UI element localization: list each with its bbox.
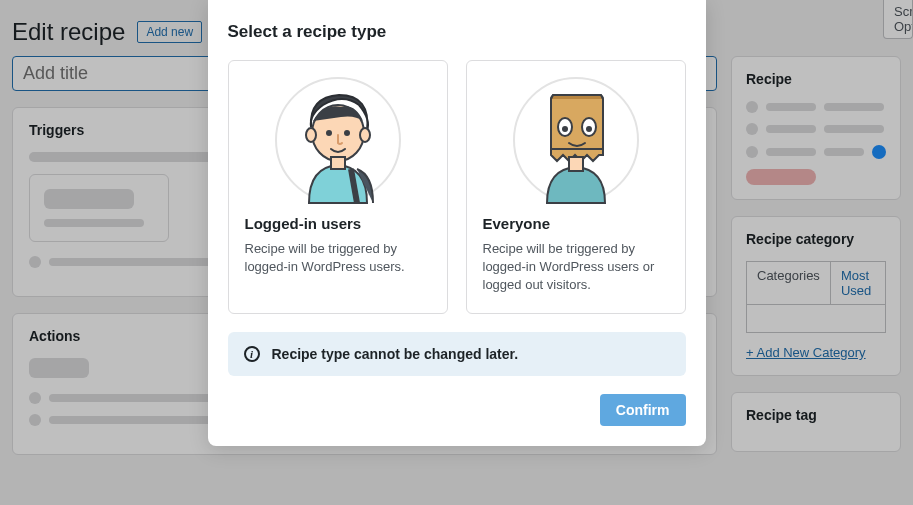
recipe-type-modal: Select a recipe type	[208, 0, 706, 446]
confirm-button[interactable]: Confirm	[600, 394, 686, 426]
svg-point-12	[586, 126, 592, 132]
card-desc: Recipe will be triggered by logged-in Wo…	[245, 240, 431, 276]
svg-point-4	[326, 130, 332, 136]
svg-rect-6	[331, 157, 345, 169]
modal-heading: Select a recipe type	[228, 22, 686, 42]
info-icon: i	[244, 346, 260, 362]
recipe-type-logged-in[interactable]: Logged-in users Recipe will be triggered…	[228, 60, 448, 314]
modal-notice: i Recipe type cannot be changed later.	[228, 332, 686, 376]
card-desc: Recipe will be triggered by logged-in Wo…	[483, 240, 669, 295]
svg-point-5	[344, 130, 350, 136]
anonymous-user-icon	[511, 75, 641, 205]
svg-point-3	[360, 128, 370, 142]
svg-point-11	[562, 126, 568, 132]
notice-text: Recipe type cannot be changed later.	[272, 346, 519, 362]
logged-in-user-icon	[273, 75, 403, 205]
card-title: Logged-in users	[245, 215, 431, 232]
card-title: Everyone	[483, 215, 669, 232]
recipe-type-everyone[interactable]: Everyone Recipe will be triggered by log…	[466, 60, 686, 314]
svg-point-2	[306, 128, 316, 142]
svg-rect-13	[569, 157, 583, 171]
